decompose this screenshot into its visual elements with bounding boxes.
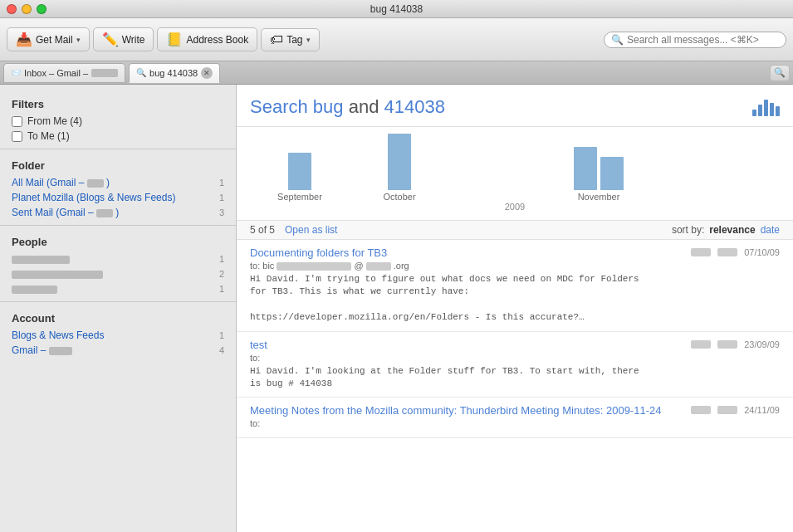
message-from-2: to: [250, 353, 780, 363]
message-header-3: Meeting Notes from the Mozilla community… [250, 404, 780, 417]
people-item-3[interactable]: 1 [0, 281, 236, 296]
get-mail-icon: 📥 [16, 32, 32, 47]
chart-icon-bar5 [776, 106, 780, 116]
minimize-button[interactable] [22, 4, 32, 14]
to-label-3: to: [250, 418, 260, 428]
search-input[interactable] [627, 34, 779, 46]
results-toolbar: 5 of 5 Open as list sort by: relevance d… [237, 221, 793, 240]
chart-label-sep: September [277, 192, 322, 202]
message-meta-2: 23/09/09 [691, 339, 780, 349]
people-title: People [0, 231, 236, 251]
name-blurred-1 [717, 248, 737, 256]
sender-blurred-1 [691, 248, 711, 256]
people-count-1: 1 [219, 254, 224, 264]
account-count-blogs: 1 [219, 330, 224, 340]
tab-close-button[interactable]: ✕ [201, 67, 213, 79]
address-book-icon: 📒 [166, 32, 183, 47]
get-mail-button[interactable]: 📥 Get Mail ▾ [7, 27, 90, 51]
tab-inbox[interactable]: 📨 Inbox – Gmail – [3, 63, 125, 83]
content-area: Search bug and 414038 [237, 85, 793, 532]
to-me-checkbox[interactable] [12, 131, 22, 142]
inbox-icon: 📨 [11, 68, 21, 77]
folder-label-planet-mozilla: Planet Mozilla (Blogs & News Feeds) [12, 192, 175, 203]
message-from-1: to: bic @ .org [250, 261, 780, 271]
filter-to-me[interactable]: To Me (1) [0, 129, 236, 144]
to-label-1: to: bic [250, 261, 274, 271]
divider-1 [0, 149, 236, 149]
folder-label-sent-mail: Sent Mail (Gmail – ) [12, 207, 119, 218]
chart-icon-bar1 [752, 110, 756, 116]
tag-button[interactable]: 🏷 Tag ▾ [261, 28, 319, 51]
close-button[interactable] [7, 4, 17, 14]
folder-item-planet-mozilla[interactable]: Planet Mozilla (Blogs & News Feeds) 1 [0, 190, 236, 205]
to-domain-1: @ [354, 261, 363, 271]
tab-inbox-label: Inbox – Gmail – [24, 68, 88, 78]
message-preview-2: Hi David. I'm looking at the Folder stuf… [250, 365, 780, 391]
account-item-blogs[interactable]: Blogs & News Feeds 1 [0, 328, 236, 343]
tab-search[interactable]: 🔍 bug 414038 ✕ [129, 63, 220, 83]
tab-search-label: bug 414038 [149, 68, 198, 78]
filter-from-me[interactable]: From Me (4) [0, 114, 236, 129]
from-me-checkbox[interactable] [12, 116, 22, 127]
main-layout: Filters From Me (4) To Me (1) Folder All… [0, 85, 793, 532]
message-date-2: 23/09/09 [744, 339, 780, 349]
address-book-label: Address Book [186, 34, 248, 46]
to-me-label: To Me (1) [27, 130, 70, 142]
message-meta-1: 07/10/09 [691, 247, 780, 257]
maximize-button[interactable] [37, 4, 47, 14]
titlebar: bug 414038 [0, 0, 793, 18]
chart-bar-sep [288, 153, 311, 190]
inbox-blurred [91, 69, 118, 77]
toolbar: 📥 Get Mail ▾ ✏️ Write 📒 Address Book 🏷 T… [0, 18, 793, 61]
to-domain-blurred-1 [366, 262, 391, 271]
message-meta-3: 24/11/09 [691, 405, 780, 415]
divider-3 [0, 301, 236, 302]
tabbar-search-button[interactable]: 🔍 [770, 65, 790, 81]
tabbar: 📨 Inbox – Gmail – 🔍 bug 414038 ✕ 🔍 [0, 61, 793, 85]
get-mail-arrow: ▾ [76, 36, 81, 44]
folder-label-all-mail: All Mail (Gmail – ) [12, 177, 110, 188]
message-item-3[interactable]: Meeting Notes from the Mozilla community… [237, 398, 793, 438]
message-item-1[interactable]: Documenting folders for TB3 07/10/09 to:… [237, 240, 793, 332]
message-subject-2[interactable]: test [250, 339, 267, 351]
open-as-list-link[interactable]: Open as list [285, 224, 337, 236]
people-item-2[interactable]: 2 [0, 266, 236, 281]
account-item-gmail[interactable]: Gmail – 4 [0, 343, 236, 358]
folder-count-planet-mozilla: 1 [219, 193, 224, 203]
write-icon: ✏️ [102, 32, 119, 47]
message-subject-1[interactable]: Documenting folders for TB3 [250, 246, 387, 259]
write-button[interactable]: ✏️ Write [93, 27, 154, 51]
chart-label-nov: November [578, 192, 620, 202]
name-blurred-2 [717, 340, 737, 349]
chart-bar-nov-1 [574, 147, 597, 190]
tag-label: Tag [286, 34, 302, 46]
to-blurred-1 [277, 262, 351, 271]
message-date-1: 07/10/09 [744, 247, 780, 257]
account-label-blogs: Blogs & News Feeds [12, 329, 104, 341]
chart-bar-nov-2 [600, 157, 624, 190]
chart-bar-oct [388, 134, 411, 190]
chart-label-oct: October [383, 192, 415, 202]
search-icon: 🔍 [611, 34, 624, 46]
message-subject-3[interactable]: Meeting Notes from the Mozilla community… [250, 404, 661, 417]
account-count-gmail: 4 [219, 345, 224, 355]
search-bar[interactable]: 🔍 [604, 32, 786, 48]
search-title: Search bug and 414038 [250, 96, 445, 118]
folder-item-all-mail[interactable]: All Mail (Gmail – ) 1 [0, 175, 236, 190]
chart-area: September October [237, 127, 793, 221]
address-book-button[interactable]: 📒 Address Book [157, 27, 257, 51]
sender-blurred-2 [691, 340, 711, 349]
divider-2 [0, 225, 236, 226]
people-count-3: 1 [219, 284, 224, 294]
people-item-1[interactable]: 1 [0, 251, 236, 266]
folder-item-sent-mail[interactable]: Sent Mail (Gmail – ) 3 [0, 205, 236, 220]
chart-group-empty [449, 130, 549, 202]
search-keyword1: bug [313, 96, 344, 117]
sort-date[interactable]: date [761, 224, 780, 236]
message-date-3: 24/11/09 [744, 405, 780, 415]
message-item-2[interactable]: test 23/09/09 to: Hi David. I'm looking … [237, 332, 793, 398]
sort-relevance[interactable]: relevance [709, 224, 755, 236]
window-title: bug 414038 [370, 3, 423, 15]
window-controls [7, 4, 47, 14]
search-header: Search bug and 414038 [237, 85, 793, 127]
